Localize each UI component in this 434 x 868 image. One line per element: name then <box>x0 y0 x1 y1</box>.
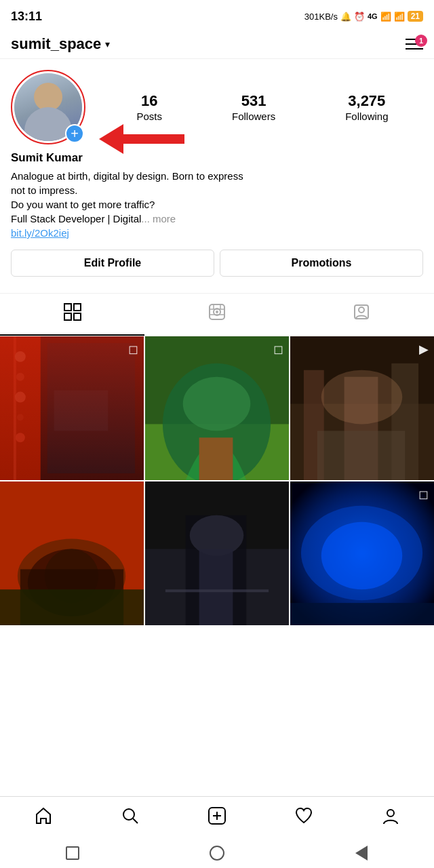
signal-icon: 🔔 <box>340 12 351 22</box>
notification-badge: 1 <box>415 35 427 47</box>
menu-button[interactable]: 1 <box>406 39 423 50</box>
tab-grid[interactable] <box>0 294 144 336</box>
reels-icon <box>208 303 226 325</box>
status-time: 13:11 <box>11 9 42 24</box>
home-hardware-icon <box>210 846 224 861</box>
svg-point-26 <box>183 377 251 431</box>
tab-tagged[interactable] <box>290 294 434 336</box>
tagged-icon <box>353 303 370 325</box>
photo-cell-1[interactable]: ◻ <box>0 336 144 480</box>
svg-point-51 <box>321 522 402 590</box>
svg-rect-41 <box>0 589 144 625</box>
android-home-button[interactable] <box>208 844 226 863</box>
display-name: Sumit Kumar <box>11 151 423 165</box>
profile-top: + 16 Posts 531 Followers 3,275 Following <box>11 70 423 144</box>
nav-home[interactable] <box>23 804 64 833</box>
profile-section: + 16 Posts 531 Followers 3,275 Following… <box>0 59 434 288</box>
svg-rect-3 <box>74 313 81 320</box>
tab-reels[interactable] <box>144 294 289 336</box>
svg-rect-47 <box>165 589 269 592</box>
following-count: 3,275 <box>348 92 385 110</box>
content-tab-bar <box>0 293 434 336</box>
svg-rect-21 <box>47 343 135 473</box>
photo-cell-5[interactable] <box>145 481 289 625</box>
signal2-icon: 📶 <box>394 12 405 22</box>
followers-count: 531 <box>241 92 267 110</box>
profile-stats: 16 Posts 531 Followers 3,275 Following <box>102 92 423 121</box>
red-arrow <box>99 124 184 154</box>
grid-icon <box>64 303 81 325</box>
following-stat[interactable]: 3,275 Following <box>345 92 388 121</box>
4g-icon: 4G <box>368 12 378 20</box>
heart-icon <box>294 806 313 830</box>
arrow-shaft <box>123 134 184 144</box>
status-icons: 301KB/s 🔔 ⏰ 4G 📶 📶 21 <box>304 11 423 22</box>
svg-rect-34 <box>317 431 405 480</box>
svg-point-58 <box>387 810 394 816</box>
arrow-head-icon <box>99 124 123 154</box>
photo-cell-6[interactable]: ◻ <box>290 481 434 625</box>
promotions-button[interactable]: Promotions <box>220 250 423 277</box>
svg-rect-22 <box>54 391 108 431</box>
svg-rect-27 <box>199 437 233 480</box>
svg-point-12 <box>359 307 364 313</box>
svg-rect-0 <box>64 304 71 311</box>
photo-grid: ◻ ◻ ▶ <box>0 336 434 625</box>
svg-point-16 <box>15 351 26 362</box>
svg-line-54 <box>133 818 138 823</box>
nav-likes[interactable] <box>283 804 324 833</box>
posts-count: 16 <box>141 92 157 110</box>
multi-photo-icon-2: ◻ <box>273 342 283 357</box>
android-nav-bar <box>0 838 434 868</box>
profile-username[interactable]: sumit_space <box>11 35 101 53</box>
status-bar: 13:11 301KB/s 🔔 ⏰ 4G 📶 📶 21 <box>0 0 434 30</box>
followers-stat[interactable]: 531 Followers <box>232 92 275 121</box>
alarm-icon: ⏰ <box>354 12 365 22</box>
svg-rect-46 <box>199 549 233 625</box>
followers-label: Followers <box>232 111 275 122</box>
android-recent-button[interactable] <box>63 844 82 863</box>
profile-icon <box>381 806 400 830</box>
avatar-container: + <box>11 70 85 144</box>
battery-indicator: 21 <box>408 11 423 22</box>
svg-point-18 <box>15 392 26 403</box>
svg-point-19 <box>17 414 24 420</box>
bio-line1: Analogue at birth, digital by design. Bo… <box>11 170 243 182</box>
svg-point-53 <box>123 809 134 820</box>
add-story-button[interactable]: + <box>65 124 84 143</box>
multi-photo-icon-6: ◻ <box>418 487 429 502</box>
multi-photo-icon-3: ▶ <box>419 342 429 357</box>
bio-link[interactable]: bit.ly/2Ok2iej <box>11 227 423 239</box>
chevron-down-icon[interactable]: ▾ <box>105 39 110 50</box>
nav-search[interactable] <box>110 804 151 833</box>
bio-line3: Do you want to get more traffic? <box>11 199 155 210</box>
multi-photo-icon-1: ◻ <box>128 342 138 357</box>
app-header: sumit_space ▾ 1 <box>0 30 434 59</box>
search-icon <box>121 806 140 830</box>
svg-point-33 <box>321 370 402 425</box>
back-hardware-icon <box>355 846 368 861</box>
svg-rect-2 <box>64 313 71 320</box>
username-row[interactable]: sumit_space ▾ <box>11 35 110 53</box>
android-back-button[interactable] <box>352 844 371 863</box>
nav-profile[interactable] <box>370 804 411 833</box>
posts-label: Posts <box>136 111 162 122</box>
photo-cell-2[interactable]: ◻ <box>145 336 289 480</box>
wifi-icon: 📶 <box>380 12 391 22</box>
svg-rect-15 <box>14 336 16 480</box>
svg-point-20 <box>16 433 25 442</box>
posts-stat[interactable]: 16 Posts <box>136 92 162 121</box>
svg-rect-13 <box>0 336 144 480</box>
edit-profile-button[interactable]: Edit Profile <box>11 250 214 277</box>
photo-grid-wrapper: ◻ ◻ ▶ <box>0 336 434 625</box>
bio-text: Analogue at birth, digital by design. Bo… <box>11 169 423 226</box>
header-icons: 1 <box>406 39 423 50</box>
new-post-icon <box>208 806 226 830</box>
svg-rect-52 <box>290 603 434 625</box>
photo-cell-4[interactable] <box>0 481 144 625</box>
bio-more[interactable]: ... more <box>141 213 176 224</box>
bottom-nav <box>0 796 434 838</box>
photo-cell-3[interactable]: ▶ <box>290 336 434 480</box>
nav-new-post[interactable] <box>197 804 237 833</box>
svg-rect-14 <box>0 336 41 480</box>
